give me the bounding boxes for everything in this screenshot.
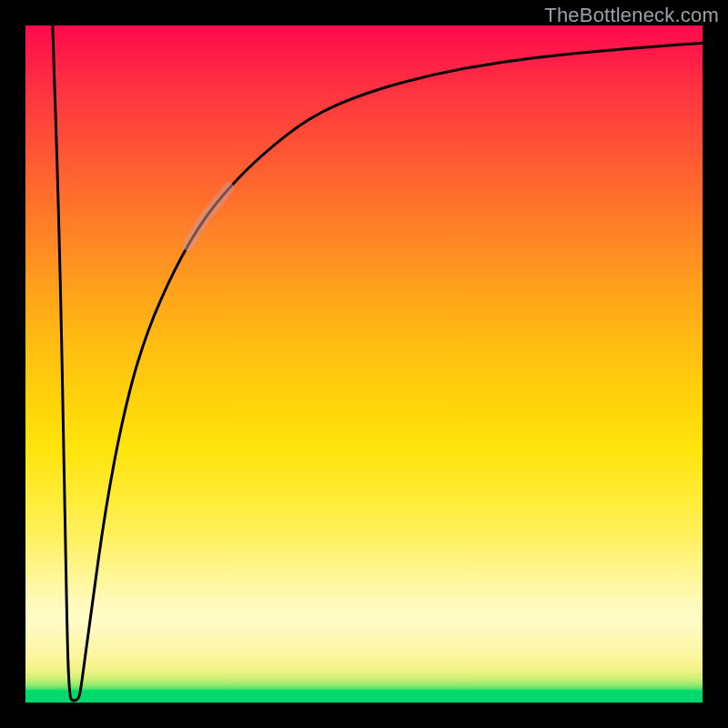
bottleneck-curve: [25, 25, 703, 703]
chart-frame: TheBottleneck.com: [0, 0, 728, 728]
watermark-text: TheBottleneck.com: [544, 4, 719, 27]
highlight-overlay: [188, 188, 229, 246]
plot-area: [25, 25, 703, 703]
curve-path: [53, 25, 703, 701]
